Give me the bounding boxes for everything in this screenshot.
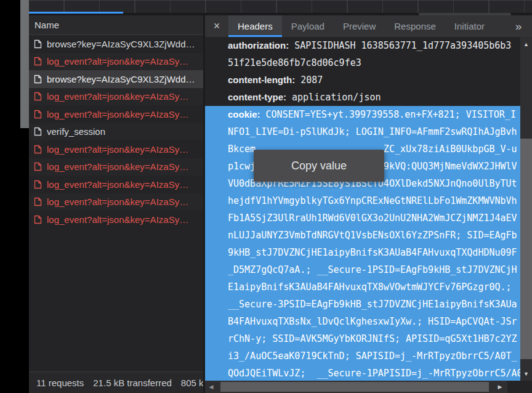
cookie-line-text: nLUJJaUNYZ3VmbTdNRGVtQ1VsbENsOXl6YzZPSnF… (228, 230, 517, 241)
request-row[interactable]: log_event?alt=json&key=AIzaSy… (29, 88, 203, 106)
request-row[interactable]: log_event?alt=json&key=AIzaSy… (29, 53, 203, 71)
cookie-line: Fb1A5SjZ3UlRraUh1RWd6V0lGX3o2UnU2NHA2WmJ… (205, 209, 520, 227)
cookie-line: hejdfV1hYVmgyblkyTGx6YnpCRExNeGtNRElLbFo… (205, 192, 520, 209)
cookie-line-text: hejdfV1hYVmgyblkyTGx6YnpCRExNeGtNRElLbFo… (228, 195, 517, 206)
cookie-line-text: Fb1A5SjZ3UlRraUh1RWd6V0lGX3o2UnU2NHA2WmJ… (228, 213, 517, 224)
tab-label: Payload (291, 21, 324, 31)
cookie-line: NFO1_LIVE=Di-pSlUKdJk; LOGIN_INFO=AFmmF2… (205, 123, 520, 140)
tab-label: Response (394, 21, 436, 31)
resources-size: 805 k (181, 378, 203, 388)
cookie-line-text: QOdJQEiTWLvJZ; __Secure-1PAPISID=j_-MrRT… (228, 368, 520, 379)
page-scrollbar-thumb[interactable] (20, 0, 29, 128)
close-icon: × (214, 20, 220, 33)
request-name: log_event?alt=json&key=AIzaSy… (47, 161, 188, 172)
cookie-line-text: rChN-y; SSID=AVK5MGyYbKORJNIfS; APISID=q… (228, 333, 517, 344)
file-icon (34, 57, 42, 66)
file-icon (34, 197, 42, 206)
request-row[interactable]: log_event?alt=json&key=AIzaSy… (29, 158, 203, 176)
more-tabs-button[interactable]: » (505, 15, 532, 37)
request-name: log_event?alt=json&key=AIzaSy… (47, 197, 188, 207)
scroll-up-icon[interactable]: ▲ (520, 39, 532, 49)
file-icon (34, 127, 42, 136)
header-line: authorization: SAPISIDHASH 1638563771_1d… (205, 37, 520, 54)
vertical-scrollbar-thumb[interactable] (520, 139, 532, 359)
cookie-line-text: NFO1_LIVE=Di-pSlUKdJk; LOGIN_INFO=AFmmF2… (228, 126, 517, 137)
file-icon (34, 110, 42, 119)
request-name: log_event?alt=json&key=AIzaSy… (47, 91, 188, 102)
file-icon (34, 39, 42, 49)
tab-response[interactable]: Response (385, 15, 445, 37)
request-name: browse?key=AIzaSyC9XL3ZjWdd… (47, 74, 195, 84)
cookie-line-text: _D5MZ7gQcQ7aA.; __Secure-1PSID=EAgFb9kHB… (228, 264, 517, 275)
tab-preview[interactable]: Preview (334, 15, 385, 37)
request-row[interactable]: verify_session (29, 123, 203, 141)
header-line: content-length: 2087 (205, 71, 520, 89)
request-row[interactable]: browse?key=AIzaSyC9XL3ZjWdd… (29, 35, 203, 53)
request-name: log_event?alt=json&key=AIzaSy… (47, 109, 188, 120)
cookie-line-text: CONSENT=YES+yt.399739558.en+FX+821; VISI… (260, 109, 516, 120)
cookie-line: QOdJQEiTWLvJZ; __Secure-1PAPISID=j_-MrRT… (205, 365, 520, 381)
header-lines: authorization: SAPISIDHASH 1638563771_1d… (205, 37, 520, 106)
tab-label: Initiator (454, 21, 485, 31)
file-icon (34, 145, 42, 154)
details-tabs: Headers Payload Preview Response Initiat… (228, 15, 494, 37)
header-name: content-length: (228, 75, 295, 85)
request-row[interactable]: log_event?alt=json&key=AIzaSy… (29, 193, 203, 211)
cookie-line-text: 9kHB_stJ7DVZNCjHE1aipyBnifsK3AUaB4FAHvux… (228, 247, 517, 258)
horizontal-scrollbar-thumb[interactable] (220, 382, 489, 392)
header-value: 51f21e5de86fb7c8d06c9fe3 (228, 57, 361, 68)
request-name: verify_session (47, 126, 105, 137)
cookie-line: rChN-y; SSID=AVK5MGyYbKORJNIfS; APISID=q… (205, 330, 520, 347)
transferred-size: 21.5 kB transferred (93, 378, 172, 388)
scroll-down-icon[interactable]: ▼ (520, 368, 532, 379)
cookie-line: E1aipyBnifsK3AUaB4FAHvuxqTX8wVOwtmWJYCFv… (205, 278, 520, 296)
scroll-right-icon[interactable]: ▶ (495, 381, 505, 393)
horizontal-scrollbar[interactable]: ◀ ▶ (205, 381, 507, 393)
cookie-line-text: E1aipyBnifsK3AUaB4FAHvuxqTX8wVOwtmWJYCFv… (228, 282, 512, 293)
request-name: log_event?alt=json&key=AIzaSy… (47, 56, 188, 67)
overview-selection-indicator (29, 12, 123, 14)
request-row[interactable]: log_event?alt=json&key=AIzaSy… (29, 140, 203, 158)
vertical-scrollbar[interactable]: ▲ ▼ (520, 37, 532, 381)
file-icon (34, 162, 42, 171)
request-row[interactable]: log_event?alt=json&key=AIzaSy… (29, 211, 203, 229)
cookie-line: __Secure-3PSID=EAgFb9kHB_stJ7DVZNCjHE1ai… (205, 296, 520, 313)
chevron-double-right-icon: » (515, 20, 522, 33)
request-name: log_event?alt=json&key=AIzaSy… (47, 214, 188, 225)
details-tab-bar: × Headers Payload Preview Response Initi… (205, 15, 532, 37)
header-value: 2087 (295, 75, 323, 86)
request-name: log_event?alt=json&key=AIzaSy… (47, 179, 188, 190)
request-row[interactable]: browse?key=AIzaSyC9XL3ZjWdd… (29, 70, 203, 88)
request-name: browse?key=AIzaSyC9XL3ZjWdd… (47, 39, 195, 49)
name-column-label: Name (34, 20, 59, 30)
tab-headers[interactable]: Headers (228, 15, 282, 37)
request-row[interactable]: log_event?alt=json&key=AIzaSy… (29, 176, 203, 193)
request-count: 11 requests (36, 378, 84, 388)
cookie-line-text: __Secure-3PSID=EAgFb9kHB_stJ7DVZNCjHE1ai… (228, 299, 517, 310)
header-line: 51f21e5de86fb7c8d06c9fe3 (205, 54, 520, 71)
request-list-panel: Name browse?key=AIzaSyC9XL3ZjWdd… log_ev… (29, 15, 203, 393)
header-name: authorization: (228, 40, 289, 51)
cookie-line: i3_/AuOC5eaK0719CkTnD; SAPISID=j_-MrRTpy… (205, 347, 520, 365)
tab-initiator[interactable]: Initiator (445, 15, 494, 37)
headers-content: authorization: SAPISIDHASH 1638563771_1d… (205, 37, 520, 381)
request-list: browse?key=AIzaSyC9XL3ZjWdd… log_event?a… (29, 35, 203, 371)
tab-label: Headers (238, 21, 273, 31)
cookie-header-selection[interactable]: cookie: CONSENT=YES+yt.399739558.en+FX+8… (205, 106, 520, 381)
name-column-header[interactable]: Name (29, 15, 203, 35)
cookie-line: _D5MZ7gQcQ7aA.; __Secure-1PSID=EAgFb9kHB… (205, 261, 520, 278)
file-icon (34, 215, 42, 224)
cookie-line: 9kHB_stJ7DVZNCjHE1aipyBnifsK3AUaB4FAHvux… (205, 244, 520, 261)
header-value: application/json (286, 92, 381, 103)
close-details-button[interactable]: × (205, 15, 228, 37)
cookie-line: nLUJJaUNYZ3VmbTdNRGVtQ1VsbENsOXl6YzZPSnF… (205, 227, 520, 244)
tab-payload[interactable]: Payload (282, 15, 334, 37)
tab-label: Preview (343, 21, 376, 31)
header-name: content-type: (228, 92, 286, 102)
scrollbar-corner (507, 381, 532, 393)
file-icon (34, 180, 42, 189)
request-row[interactable]: log_event?alt=json&key=AIzaSy… (29, 105, 203, 123)
file-icon (34, 92, 42, 101)
copy-value-button[interactable]: Copy value (254, 150, 384, 182)
scroll-left-icon[interactable]: ◀ (206, 381, 216, 393)
